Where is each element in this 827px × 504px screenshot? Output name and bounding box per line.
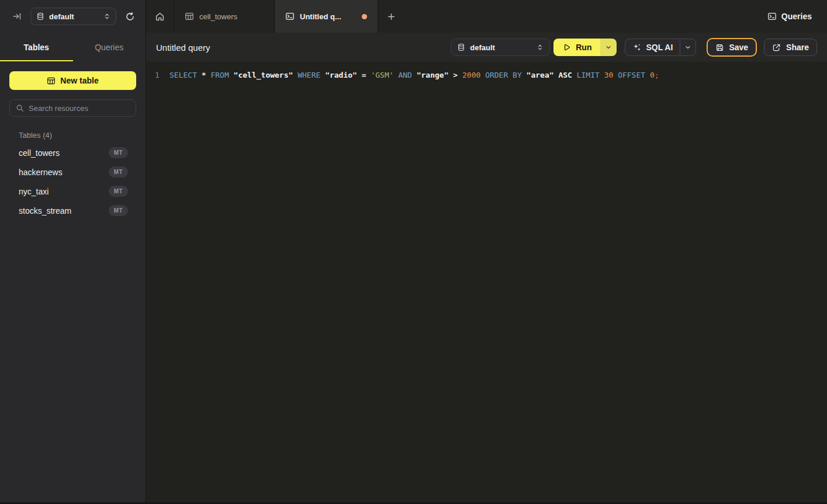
sql-code: SELECT * FROM "cell_towers" WHERE "radio… [169, 71, 659, 79]
home-icon [155, 12, 165, 22]
table-row[interactable]: stocks_streamMT [0, 201, 146, 220]
topbar: default [0, 0, 827, 33]
tab-cell-towers[interactable]: cell_towers [174, 0, 275, 33]
save-button[interactable]: Save [707, 38, 757, 57]
table-icon [47, 77, 56, 85]
table-name: stocks_stream [19, 206, 71, 215]
queries-label: Queries [781, 12, 812, 21]
tables-section-label: Tables (4) [19, 131, 136, 140]
share-button[interactable]: Share [764, 39, 817, 56]
run-label: Run [576, 43, 591, 52]
table-row[interactable]: nyc_taxiMT [0, 182, 146, 201]
search-box [9, 99, 136, 117]
table-engine-badge: MT [109, 205, 128, 216]
main-panel: Untitled query default [146, 33, 827, 502]
topbar-spacer [404, 0, 767, 33]
table-name: cell_towers [19, 148, 60, 158]
sql-ai-label: SQL AI [646, 43, 673, 52]
sidebar-tab-tables[interactable]: Tables [0, 33, 73, 61]
topbar-database-selector[interactable]: default [30, 8, 116, 25]
table-name: hackernews [19, 168, 63, 177]
search-icon [16, 104, 24, 112]
run-options-button[interactable] [600, 39, 617, 56]
save-label: Save [729, 43, 748, 52]
sql-editor[interactable]: 1 SELECT * FROM "cell_towers" WHERE "rad… [146, 62, 827, 502]
tab-label: Untitled q... [300, 12, 341, 21]
sql-ai-split-button: SQL AI [625, 39, 696, 56]
table-icon [185, 12, 194, 21]
tables-list: cell_towersMThackernewsMTnyc_taxiMTstock… [0, 143, 146, 220]
plus-icon [387, 12, 396, 21]
tab-label: cell_towers [199, 12, 237, 21]
save-icon [715, 43, 724, 52]
page-title: Untitled query [156, 43, 210, 53]
query-terminal-icon [767, 12, 777, 21]
tab-home[interactable] [146, 0, 174, 33]
table-engine-badge: MT [109, 186, 128, 197]
table-engine-badge: MT [109, 166, 128, 178]
new-tab-button[interactable] [378, 0, 404, 33]
collapse-sidebar-button[interactable] [9, 9, 25, 24]
sql-ai-options-button[interactable] [680, 39, 695, 55]
new-table-label: New table [60, 76, 98, 85]
share-label: Share [786, 43, 809, 52]
sidebar-tab-queries[interactable]: Queries [73, 33, 146, 61]
table-name: nyc_taxi [19, 187, 49, 196]
table-engine-badge: MT [109, 147, 128, 158]
search-input[interactable] [29, 104, 132, 113]
play-icon [562, 43, 570, 51]
table-row[interactable]: cell_towersMT [0, 143, 146, 162]
query-database-selector[interactable]: default [451, 39, 550, 56]
refresh-icon [125, 12, 135, 22]
sidebar-tab-label: Tables [24, 43, 49, 52]
sidebar: Tables Queries New table Tabl [0, 33, 146, 502]
table-row[interactable]: hackernewsMT [0, 162, 146, 182]
code-line: 1 SELECT * FROM "cell_towers" WHERE "rad… [146, 68, 827, 81]
run-button[interactable]: Run [553, 39, 600, 56]
topbar-database-value: default [49, 12, 74, 21]
tab-untitled-query[interactable]: Untitled q... [275, 0, 378, 33]
topbar-left: default [0, 0, 146, 33]
chevron-updown-icon [103, 13, 110, 20]
ai-sparkle-icon [632, 43, 641, 52]
collapse-sidebar-icon [12, 12, 22, 21]
queries-button[interactable]: Queries [767, 0, 812, 33]
sidebar-tabs: Tables Queries [0, 33, 146, 61]
query-header: Untitled query default [146, 33, 827, 62]
share-icon [772, 43, 781, 52]
sql-ai-button[interactable]: SQL AI [625, 39, 680, 55]
unsaved-changes-dot [362, 14, 367, 19]
new-table-button[interactable]: New table [9, 71, 136, 90]
layout: Tables Queries New table Tabl [0, 33, 827, 502]
line-number: 1 [146, 71, 169, 79]
database-icon [36, 12, 44, 20]
query-database-value: default [470, 43, 495, 52]
sidebar-tab-label: Queries [95, 43, 123, 52]
database-icon [457, 43, 465, 51]
chevron-down-icon [684, 44, 691, 51]
tabstrip: cell_towers Untitled q... [146, 0, 827, 33]
query-terminal-icon [285, 12, 295, 21]
refresh-button[interactable] [122, 9, 137, 24]
chevron-down-icon [605, 44, 612, 51]
chevron-updown-icon [537, 44, 544, 51]
run-split-button: Run [553, 39, 617, 56]
